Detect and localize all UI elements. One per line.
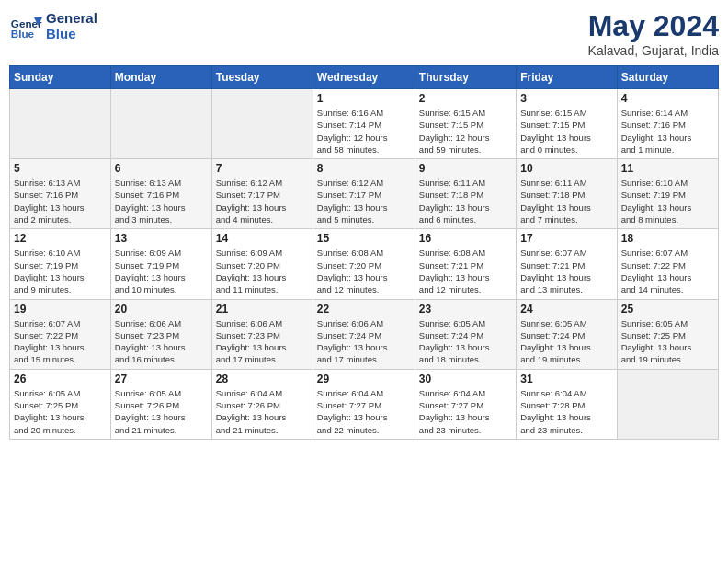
day-number: 13	[115, 232, 208, 245]
day-info: Sunrise: 6:15 AM Sunset: 7:15 PM Dayligh…	[520, 107, 612, 155]
day-number: 20	[115, 303, 208, 316]
day-number: 14	[216, 232, 309, 245]
day-cell: 1Sunrise: 6:16 AM Sunset: 7:14 PM Daylig…	[313, 89, 415, 159]
weekday-header-row: Sunday Monday Tuesday Wednesday Thursday…	[10, 66, 719, 89]
day-cell: 9Sunrise: 6:11 AM Sunset: 7:18 PM Daylig…	[415, 159, 516, 229]
day-number: 5	[14, 162, 107, 175]
week-row-4: 26Sunrise: 6:05 AM Sunset: 7:25 PM Dayli…	[10, 369, 719, 439]
day-cell: 29Sunrise: 6:04 AM Sunset: 7:27 PM Dayli…	[313, 369, 415, 439]
day-info: Sunrise: 6:10 AM Sunset: 7:19 PM Dayligh…	[14, 247, 107, 295]
day-cell: 2Sunrise: 6:15 AM Sunset: 7:15 PM Daylig…	[415, 89, 516, 159]
day-info: Sunrise: 6:05 AM Sunset: 7:26 PM Dayligh…	[115, 387, 208, 436]
day-number: 31	[520, 373, 612, 385]
day-number: 29	[317, 373, 411, 385]
day-number: 23	[419, 303, 512, 316]
day-cell: 22Sunrise: 6:06 AM Sunset: 7:24 PM Dayli…	[313, 299, 415, 369]
logo-line2: Blue	[46, 26, 97, 41]
day-info: Sunrise: 6:09 AM Sunset: 7:20 PM Dayligh…	[216, 247, 309, 295]
week-row-3: 19Sunrise: 6:07 AM Sunset: 7:22 PM Dayli…	[10, 299, 719, 369]
day-cell: 26Sunrise: 6:05 AM Sunset: 7:25 PM Dayli…	[10, 369, 111, 439]
day-cell: 31Sunrise: 6:04 AM Sunset: 7:28 PM Dayli…	[517, 369, 617, 439]
day-cell	[10, 89, 111, 159]
day-number: 4	[621, 92, 714, 105]
header-friday: Friday	[517, 66, 617, 89]
month-title: May 2024	[588, 9, 719, 43]
day-number: 21	[216, 303, 309, 316]
day-number: 25	[621, 303, 714, 316]
day-info: Sunrise: 6:05 AM Sunset: 7:25 PM Dayligh…	[621, 317, 714, 366]
day-info: Sunrise: 6:07 AM Sunset: 7:22 PM Dayligh…	[621, 247, 714, 295]
day-cell: 14Sunrise: 6:09 AM Sunset: 7:20 PM Dayli…	[211, 229, 313, 299]
day-info: Sunrise: 6:15 AM Sunset: 7:15 PM Dayligh…	[419, 107, 512, 155]
day-info: Sunrise: 6:14 AM Sunset: 7:16 PM Dayligh…	[621, 107, 714, 155]
week-row-0: 1Sunrise: 6:16 AM Sunset: 7:14 PM Daylig…	[10, 89, 719, 159]
day-number: 11	[621, 162, 714, 175]
day-cell	[110, 89, 211, 159]
header-saturday: Saturday	[617, 66, 718, 89]
day-cell: 3Sunrise: 6:15 AM Sunset: 7:15 PM Daylig…	[517, 89, 617, 159]
day-info: Sunrise: 6:06 AM Sunset: 7:24 PM Dayligh…	[317, 317, 411, 366]
day-number: 12	[14, 232, 107, 245]
day-number: 10	[520, 162, 612, 175]
day-info: Sunrise: 6:05 AM Sunset: 7:25 PM Dayligh…	[14, 387, 107, 436]
week-row-1: 5Sunrise: 6:13 AM Sunset: 7:16 PM Daylig…	[10, 159, 719, 229]
day-info: Sunrise: 6:04 AM Sunset: 7:27 PM Dayligh…	[419, 387, 512, 436]
day-number: 1	[317, 92, 411, 105]
day-info: Sunrise: 6:06 AM Sunset: 7:23 PM Dayligh…	[115, 317, 208, 366]
day-number: 6	[115, 162, 208, 175]
day-cell: 16Sunrise: 6:08 AM Sunset: 7:21 PM Dayli…	[415, 229, 516, 299]
svg-text:Blue: Blue	[11, 28, 35, 40]
day-cell: 25Sunrise: 6:05 AM Sunset: 7:25 PM Dayli…	[617, 299, 718, 369]
calendar: Sunday Monday Tuesday Wednesday Thursday…	[9, 65, 719, 440]
day-cell: 24Sunrise: 6:05 AM Sunset: 7:24 PM Dayli…	[517, 299, 617, 369]
day-info: Sunrise: 6:04 AM Sunset: 7:26 PM Dayligh…	[216, 387, 309, 436]
day-cell: 11Sunrise: 6:10 AM Sunset: 7:19 PM Dayli…	[617, 159, 718, 229]
day-cell	[617, 369, 718, 439]
day-number: 28	[216, 373, 309, 385]
day-info: Sunrise: 6:05 AM Sunset: 7:24 PM Dayligh…	[520, 317, 612, 366]
day-number: 19	[14, 303, 107, 316]
day-number: 24	[520, 303, 612, 316]
day-info: Sunrise: 6:05 AM Sunset: 7:24 PM Dayligh…	[419, 317, 512, 366]
day-info: Sunrise: 6:16 AM Sunset: 7:14 PM Dayligh…	[317, 107, 411, 155]
day-cell: 17Sunrise: 6:07 AM Sunset: 7:21 PM Dayli…	[517, 229, 617, 299]
day-number: 15	[317, 232, 411, 245]
day-info: Sunrise: 6:11 AM Sunset: 7:18 PM Dayligh…	[419, 177, 512, 225]
day-number: 18	[621, 232, 714, 245]
header-sunday: Sunday	[10, 66, 111, 89]
day-number: 27	[115, 373, 208, 385]
header-monday: Monday	[110, 66, 211, 89]
day-info: Sunrise: 6:13 AM Sunset: 7:16 PM Dayligh…	[14, 177, 107, 225]
day-cell: 4Sunrise: 6:14 AM Sunset: 7:16 PM Daylig…	[617, 89, 718, 159]
day-cell: 6Sunrise: 6:13 AM Sunset: 7:16 PM Daylig…	[110, 159, 211, 229]
logo-icon: General Blue	[9, 9, 42, 42]
day-cell: 13Sunrise: 6:09 AM Sunset: 7:19 PM Dayli…	[110, 229, 211, 299]
day-info: Sunrise: 6:08 AM Sunset: 7:21 PM Dayligh…	[419, 247, 512, 295]
day-cell	[211, 89, 313, 159]
day-cell: 23Sunrise: 6:05 AM Sunset: 7:24 PM Dayli…	[415, 299, 516, 369]
day-number: 16	[419, 232, 512, 245]
logo: General Blue General Blue	[9, 9, 97, 42]
day-cell: 28Sunrise: 6:04 AM Sunset: 7:26 PM Dayli…	[211, 369, 313, 439]
day-number: 17	[520, 232, 612, 245]
header-tuesday: Tuesday	[211, 66, 313, 89]
header-wednesday: Wednesday	[313, 66, 415, 89]
day-info: Sunrise: 6:11 AM Sunset: 7:18 PM Dayligh…	[520, 177, 612, 225]
day-info: Sunrise: 6:12 AM Sunset: 7:17 PM Dayligh…	[216, 177, 309, 225]
day-cell: 5Sunrise: 6:13 AM Sunset: 7:16 PM Daylig…	[10, 159, 111, 229]
day-cell: 30Sunrise: 6:04 AM Sunset: 7:27 PM Dayli…	[415, 369, 516, 439]
day-info: Sunrise: 6:06 AM Sunset: 7:23 PM Dayligh…	[216, 317, 309, 366]
day-number: 22	[317, 303, 411, 316]
day-cell: 19Sunrise: 6:07 AM Sunset: 7:22 PM Dayli…	[10, 299, 111, 369]
day-cell: 21Sunrise: 6:06 AM Sunset: 7:23 PM Dayli…	[211, 299, 313, 369]
day-cell: 20Sunrise: 6:06 AM Sunset: 7:23 PM Dayli…	[110, 299, 211, 369]
day-number: 30	[419, 373, 512, 385]
page: General Blue General Blue May 2024 Kalav…	[0, 0, 728, 563]
day-number: 7	[216, 162, 309, 175]
day-info: Sunrise: 6:04 AM Sunset: 7:28 PM Dayligh…	[520, 387, 612, 436]
header: General Blue General Blue May 2024 Kalav…	[9, 9, 719, 58]
day-info: Sunrise: 6:07 AM Sunset: 7:22 PM Dayligh…	[14, 317, 107, 366]
day-number: 9	[419, 162, 512, 175]
day-cell: 12Sunrise: 6:10 AM Sunset: 7:19 PM Dayli…	[10, 229, 111, 299]
header-thursday: Thursday	[415, 66, 516, 89]
